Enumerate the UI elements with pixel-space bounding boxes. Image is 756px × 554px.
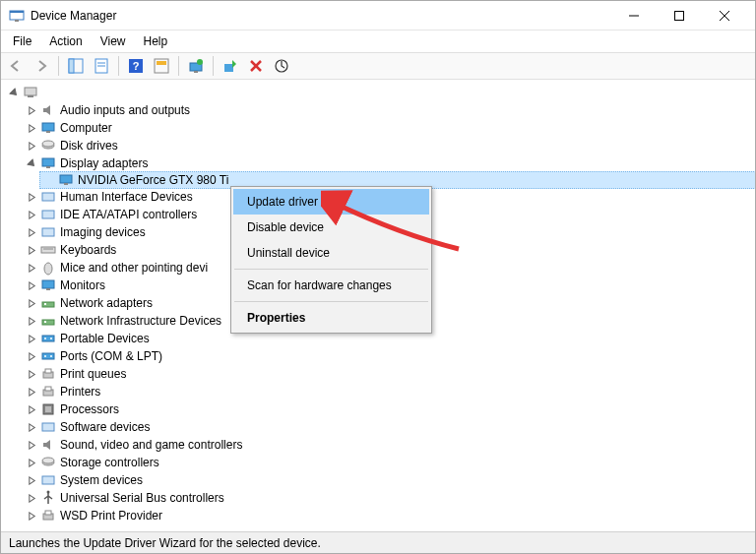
- expander-icon[interactable]: [25, 139, 38, 153]
- tree-category[interactable]: Processors: [23, 400, 755, 418]
- tree-category[interactable]: Storage controllers: [23, 454, 755, 471]
- tree-category[interactable]: WSD Print Provider: [23, 507, 755, 524]
- tree-category-label: Portable Devices: [60, 332, 150, 345]
- enable-device-button[interactable]: [220, 55, 241, 77]
- expander-icon[interactable]: [25, 225, 38, 239]
- device-category-icon: [40, 295, 56, 311]
- menu-help[interactable]: Help: [136, 32, 176, 50]
- help-button[interactable]: ?: [125, 55, 147, 77]
- svg-point-49: [44, 355, 46, 357]
- device-category-icon: [40, 455, 56, 470]
- properties-button[interactable]: [91, 55, 112, 77]
- tree-category[interactable]: System devices: [23, 471, 755, 489]
- expander-icon[interactable]: [25, 402, 38, 416]
- device-category-icon: [40, 348, 56, 364]
- status-text: Launches the Update Driver Wizard for th…: [9, 536, 321, 550]
- minimize-button[interactable]: [611, 1, 657, 31]
- expander-icon[interactable]: [25, 385, 38, 399]
- expander-icon[interactable]: [25, 438, 38, 452]
- expander-icon[interactable]: [25, 261, 38, 275]
- tree-category[interactable]: Display adapters: [23, 154, 755, 172]
- back-button[interactable]: [5, 55, 27, 77]
- tree-category[interactable]: Printers: [23, 383, 755, 400]
- tree-category-label: Software devices: [60, 420, 150, 434]
- ctx-disable-device[interactable]: Disable device: [233, 215, 429, 240]
- svg-rect-2: [15, 20, 19, 22]
- device-category-icon: [40, 138, 56, 154]
- toolbar: ?: [1, 52, 755, 80]
- tree-category[interactable]: Audio inputs and outputs: [23, 101, 755, 119]
- expander-icon[interactable]: [25, 103, 38, 117]
- expander-icon[interactable]: [25, 509, 38, 523]
- device-category-icon: [40, 384, 56, 400]
- show-hide-tree-button[interactable]: [65, 55, 87, 77]
- svg-point-50: [50, 355, 52, 357]
- svg-rect-19: [224, 64, 233, 72]
- tree-category[interactable]: Print queues: [23, 365, 755, 383]
- svg-rect-56: [45, 406, 51, 412]
- statusbar: Launches the Update Driver Wizard for th…: [1, 531, 755, 553]
- expander-icon[interactable]: [25, 349, 38, 363]
- expander-icon[interactable]: [25, 243, 38, 257]
- device-category-icon: [40, 419, 56, 435]
- tree-category-label: Print queues: [60, 367, 126, 381]
- uninstall-button[interactable]: [245, 55, 267, 77]
- tree-root-computer[interactable]: [5, 84, 755, 101]
- expander-icon[interactable]: [25, 296, 38, 310]
- forward-button[interactable]: [31, 55, 52, 77]
- update-driver-button[interactable]: [185, 55, 207, 77]
- device-category-icon: [40, 331, 56, 346]
- ctx-properties[interactable]: Properties: [233, 305, 429, 331]
- action-button[interactable]: [151, 55, 172, 77]
- ctx-scan-hardware[interactable]: Scan for hardware changes: [233, 273, 429, 298]
- tree-category-label: Storage controllers: [60, 456, 159, 469]
- scan-hardware-button[interactable]: [271, 55, 292, 77]
- titlebar: Device Manager: [1, 1, 755, 31]
- device-category-icon: [40, 189, 56, 205]
- device-category-icon: [40, 120, 56, 136]
- maximize-button[interactable]: [657, 1, 702, 31]
- tree-category-label: Mice and other pointing devi: [60, 261, 208, 275]
- svg-rect-48: [42, 353, 54, 359]
- menu-view[interactable]: View: [93, 32, 134, 50]
- close-button[interactable]: [702, 1, 747, 31]
- tree-category[interactable]: Computer: [23, 119, 755, 137]
- expander-icon[interactable]: [25, 491, 38, 505]
- expander-icon[interactable]: [25, 278, 38, 292]
- svg-rect-24: [28, 95, 33, 97]
- tree-category-label: Ports (COM & LPT): [60, 349, 162, 363]
- svg-rect-8: [69, 59, 74, 73]
- ctx-update-driver[interactable]: Update driver: [233, 189, 429, 215]
- svg-rect-60: [42, 476, 54, 484]
- svg-rect-35: [42, 228, 54, 236]
- tree-category[interactable]: Disk drives: [23, 137, 755, 154]
- expander-icon[interactable]: [25, 156, 38, 170]
- menu-file[interactable]: File: [5, 32, 39, 50]
- tree-category[interactable]: Software devices: [23, 418, 755, 436]
- svg-rect-36: [41, 247, 55, 253]
- expander-icon[interactable]: [25, 121, 38, 135]
- expander-icon[interactable]: [25, 473, 38, 487]
- svg-point-46: [44, 338, 46, 339]
- expander-icon[interactable]: [25, 314, 38, 328]
- svg-rect-42: [44, 303, 46, 305]
- svg-rect-63: [45, 511, 51, 515]
- tree-category[interactable]: Universal Serial Bus controllers: [23, 489, 755, 507]
- expander-icon[interactable]: [25, 332, 38, 345]
- expander-icon[interactable]: [25, 190, 38, 204]
- expander-icon[interactable]: [25, 208, 38, 221]
- ctx-uninstall-device[interactable]: Uninstall device: [233, 240, 429, 266]
- expander-icon[interactable]: [25, 367, 38, 381]
- svg-rect-39: [42, 280, 54, 288]
- expander-icon[interactable]: [25, 456, 38, 469]
- svg-rect-34: [42, 211, 54, 218]
- svg-rect-23: [25, 88, 36, 95]
- tree-category[interactable]: Sound, video and game controllers: [23, 436, 755, 454]
- svg-rect-17: [194, 71, 198, 73]
- expander-icon[interactable]: [25, 420, 38, 434]
- tree-category[interactable]: Ports (COM & LPT): [23, 347, 755, 365]
- device-category-icon: [40, 207, 56, 222]
- ctx-separator: [234, 269, 428, 270]
- tree-category-label: Printers: [60, 385, 100, 399]
- menu-action[interactable]: Action: [41, 32, 90, 50]
